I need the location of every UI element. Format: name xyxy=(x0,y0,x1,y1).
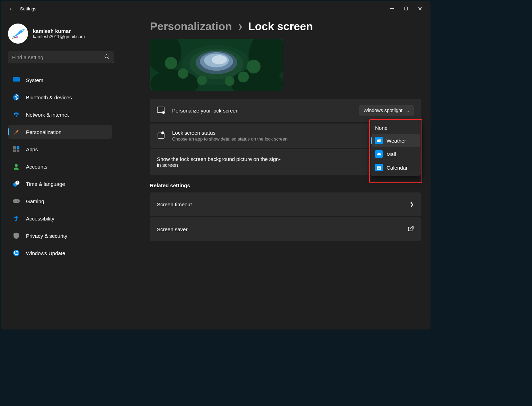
update-icon xyxy=(13,250,20,256)
svg-rect-9 xyxy=(14,134,15,135)
dropdown-option-mail[interactable]: Mail xyxy=(372,147,420,161)
option-label: Calendar xyxy=(387,165,408,171)
svg-point-14 xyxy=(15,164,18,167)
svg-point-1 xyxy=(22,29,24,31)
search-input[interactable] xyxy=(12,54,104,60)
profile-name: kamlesh kumar xyxy=(33,28,85,34)
sidebar-item-label: Windows Update xyxy=(26,250,65,256)
paintbrush-icon xyxy=(13,128,20,135)
svg-point-35 xyxy=(247,60,261,74)
settings-window: ← Settings ― ▢ ✕ kamlesh xyxy=(1,1,431,330)
option-label: Mail xyxy=(387,151,396,157)
close-button[interactable]: ✕ xyxy=(418,6,422,12)
svg-point-3 xyxy=(105,55,108,58)
svg-rect-48 xyxy=(377,153,381,155)
sidebar-item-gaming[interactable]: Gaming xyxy=(8,194,112,208)
breadcrumb-current: Lock screen xyxy=(248,20,313,33)
status-app-icon xyxy=(157,131,165,139)
system-icon xyxy=(13,76,20,83)
sidebar-item-bluetooth[interactable]: Bluetooth & devices xyxy=(8,90,112,104)
search-box[interactable] xyxy=(8,51,114,63)
sidebar-item-network[interactable]: Network & internet xyxy=(8,108,112,121)
bluetooth-icon xyxy=(13,94,20,101)
minimize-button[interactable]: ― xyxy=(390,6,394,12)
sidebar-item-label: Bluetooth & devices xyxy=(26,94,72,100)
card-title: Screen timeout xyxy=(157,201,192,207)
option-label: Weather xyxy=(387,138,406,144)
sidebar-item-label: Accessibility xyxy=(26,216,54,222)
related-settings-heading: Related settings xyxy=(150,182,421,188)
option-label: None xyxy=(375,125,388,131)
sidebar-item-label: Time & language xyxy=(26,181,65,187)
sidebar: kamlesh kumar kamlesh2011@gmail.com Syst… xyxy=(1,17,115,330)
clock-globe-icon xyxy=(13,180,20,187)
card-title: Personalize your lock screen xyxy=(172,108,352,114)
maximize-button[interactable]: ▢ xyxy=(404,6,408,12)
svg-rect-11 xyxy=(17,146,19,149)
dropdown-option-calendar[interactable]: Calendar xyxy=(372,161,420,174)
sidebar-item-accessibility[interactable]: Accessibility xyxy=(8,211,112,225)
window-controls: ― ▢ ✕ xyxy=(390,6,427,12)
main-content: Personalization ❯ Lock screen xyxy=(115,17,431,330)
svg-rect-17 xyxy=(13,199,20,203)
sidebar-item-apps[interactable]: Apps xyxy=(8,142,112,156)
profile-text: kamlesh kumar kamlesh2011@gmail.com xyxy=(33,28,85,39)
personalize-dropdown[interactable]: Windows spotlight ⌄ xyxy=(359,105,414,116)
sidebar-item-privacy[interactable]: Privacy & security xyxy=(8,229,112,243)
mail-icon xyxy=(375,150,383,158)
sidebar-item-label: Apps xyxy=(26,146,38,152)
sidebar-item-time-language[interactable]: Time & language xyxy=(8,177,112,191)
wifi-icon xyxy=(13,111,20,118)
titlebar: ← Settings ― ▢ ✕ xyxy=(1,1,431,17)
svg-rect-10 xyxy=(13,146,16,149)
card-title: Screen saver xyxy=(157,226,187,232)
svg-point-19 xyxy=(17,201,18,202)
lockscreen-preview[interactable] xyxy=(150,39,283,91)
avatar xyxy=(8,24,28,44)
svg-rect-41 xyxy=(163,112,164,114)
chevron-right-icon: ❯ xyxy=(238,23,243,30)
svg-rect-47 xyxy=(377,141,381,142)
shield-icon xyxy=(13,232,20,239)
dropdown-option-weather[interactable]: Weather xyxy=(372,134,420,147)
sidebar-item-accounts[interactable]: Accounts xyxy=(8,160,112,173)
external-link-icon xyxy=(408,225,414,233)
svg-point-20 xyxy=(16,216,17,217)
svg-rect-12 xyxy=(13,150,16,152)
sidebar-item-personalization[interactable]: Personalization xyxy=(8,125,112,139)
profile-email: kamlesh2011@gmail.com xyxy=(33,34,85,39)
svg-point-37 xyxy=(197,75,207,85)
sidebar-item-label: Privacy & security xyxy=(26,233,67,239)
card-screen-timeout[interactable]: Screen timeout ❯ xyxy=(150,192,421,216)
sidebar-item-label: Accounts xyxy=(26,164,47,170)
nav-list: System Bluetooth & devices Network & int… xyxy=(8,73,112,260)
gamepad-icon xyxy=(13,198,20,205)
sidebar-item-windows-update[interactable]: Windows Update xyxy=(8,246,112,260)
svg-point-38 xyxy=(225,76,234,86)
profile[interactable]: kamlesh kumar kamlesh2011@gmail.com xyxy=(8,24,112,44)
breadcrumb-parent[interactable]: Personalization xyxy=(150,20,232,33)
sidebar-item-system[interactable]: System xyxy=(8,73,112,87)
search-icon xyxy=(104,54,109,60)
svg-point-36 xyxy=(238,71,249,82)
chevron-right-icon: ❯ xyxy=(410,201,414,207)
status-app-dropdown: None Weather Mail xyxy=(371,120,421,176)
svg-point-2 xyxy=(16,36,18,38)
calendar-icon xyxy=(375,164,383,171)
card-screen-saver[interactable]: Screen saver xyxy=(150,217,421,241)
svg-point-28 xyxy=(212,55,227,64)
dropdown-value: Windows spotlight xyxy=(363,108,402,113)
card-title: Show the lock screen background picture … xyxy=(157,156,282,168)
svg-rect-6 xyxy=(13,81,20,82)
sidebar-item-label: Network & internet xyxy=(26,112,69,118)
card-personalize-lock-screen[interactable]: Personalize your lock screen Windows spo… xyxy=(150,99,421,122)
svg-point-34 xyxy=(178,68,188,79)
dropdown-option-none[interactable]: None xyxy=(372,122,420,134)
svg-point-18 xyxy=(15,201,16,202)
svg-line-4 xyxy=(108,57,109,59)
back-button[interactable]: ← xyxy=(5,6,18,12)
person-icon xyxy=(13,163,20,170)
apps-icon xyxy=(13,146,20,153)
picture-lock-icon xyxy=(157,106,165,115)
accessibility-icon xyxy=(13,215,20,222)
